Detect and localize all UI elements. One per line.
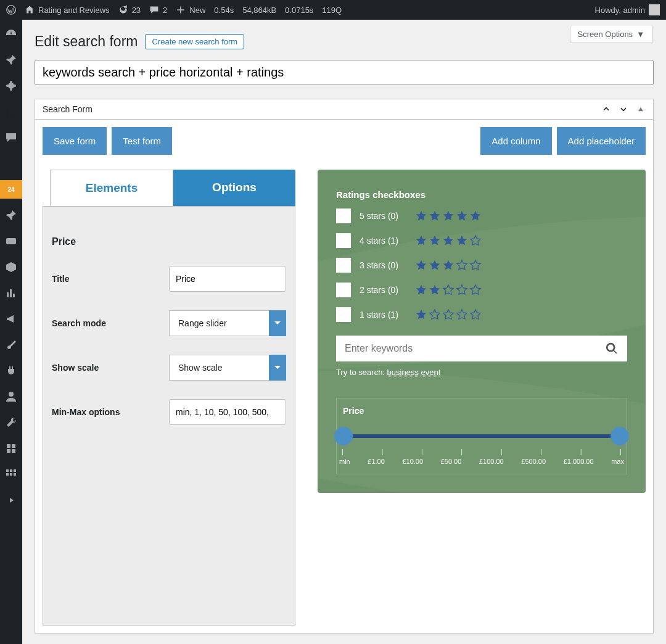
menu-media[interactable]: [0, 76, 22, 95]
tab-options[interactable]: Options: [173, 170, 295, 206]
star-icon: [429, 308, 441, 321]
label-title: Title: [52, 274, 169, 284]
rating-checkbox[interactable]: [336, 233, 351, 248]
label-minmax: Min-Max options: [52, 407, 169, 417]
rating-label: 2 stars (0): [360, 285, 406, 295]
rating-checkbox[interactable]: [336, 307, 351, 322]
slider-handle-max[interactable]: [610, 427, 629, 445]
chevron-up-icon[interactable]: [601, 104, 611, 114]
badge-24: 24: [6, 186, 16, 194]
tick: |: [540, 448, 542, 455]
search-mode-select[interactable]: Range slider: [169, 310, 286, 336]
menu-pin-1[interactable]: [0, 51, 22, 69]
star-icon: [469, 284, 482, 296]
save-button[interactable]: Save form: [43, 127, 107, 155]
rating-checkbox[interactable]: [336, 258, 351, 273]
label-show-scale: Show scale: [52, 363, 169, 373]
star-icon: [456, 234, 468, 247]
page-title: Edit search form: [35, 33, 138, 50]
tick: |: [580, 448, 582, 455]
tick-label: £1.00: [368, 458, 385, 465]
site-link[interactable]: Rating and Reviews: [25, 5, 110, 15]
star-icon: [442, 308, 454, 321]
try-term-business[interactable]: business: [387, 368, 419, 377]
stat-3: 119Q: [322, 6, 342, 15]
form-preview: Ratings checkboxes 5 stars (0)4 stars (1…: [318, 170, 646, 493]
menu-play[interactable]: [0, 491, 22, 510]
stat-0: 0.54s: [214, 6, 234, 15]
updates-link[interactable]: 23: [118, 5, 141, 15]
stars: [415, 210, 482, 222]
menu-dashboard[interactable]: [0, 25, 22, 43]
test-button[interactable]: Test form: [112, 127, 172, 155]
stat-1: 54,864kB: [242, 6, 276, 15]
try-term-event[interactable]: event: [421, 368, 441, 377]
menu-pin-2[interactable]: [0, 206, 22, 225]
tick: |: [421, 448, 423, 455]
tab-elements[interactable]: Elements: [50, 170, 173, 206]
menu-users[interactable]: [0, 387, 22, 406]
minmax-input[interactable]: [169, 399, 286, 425]
rating-row: 1 stars (1): [336, 307, 627, 322]
tick: |: [620, 448, 622, 455]
admin-bar: Rating and Reviews 23 2 New 0.54s 54,864…: [0, 0, 666, 20]
menu-woo[interactable]: [0, 232, 22, 250]
stat-2: 0.0715s: [285, 6, 313, 15]
menu-plugins[interactable]: [0, 361, 22, 380]
star-icon: [469, 210, 482, 222]
rating-row: 4 stars (1): [336, 233, 627, 248]
metabox-title: Search Form: [43, 104, 92, 114]
tick: |: [461, 448, 462, 455]
search-icon[interactable]: [605, 342, 619, 355]
menu-comments[interactable]: [0, 128, 22, 147]
avatar: [649, 4, 660, 15]
title-input[interactable]: [169, 266, 286, 292]
caret-icon: [269, 310, 286, 336]
keywords-input[interactable]: [345, 343, 605, 354]
howdy-link[interactable]: Howdy, admin: [595, 4, 660, 15]
star-icon: [429, 210, 441, 222]
create-new-button[interactable]: Create new search form: [145, 34, 244, 49]
star-icon: [456, 284, 468, 296]
star-icon: [415, 284, 427, 296]
star-icon: [429, 284, 441, 296]
rating-checkbox[interactable]: [336, 208, 351, 223]
stars: [415, 234, 482, 247]
add-placeholder-button[interactable]: Add placeholder: [557, 127, 646, 155]
star-icon: [469, 308, 482, 321]
stars: [415, 259, 482, 271]
new-link[interactable]: New: [176, 5, 205, 15]
rating-row: 2 stars (0): [336, 283, 627, 297]
form-name-input[interactable]: [35, 60, 654, 85]
slider-track[interactable]: [342, 434, 622, 438]
menu-marketing[interactable]: [0, 310, 22, 328]
menu-tools[interactable]: [0, 413, 22, 432]
menu-grid[interactable]: [0, 465, 22, 484]
menu-pages[interactable]: [0, 102, 22, 121]
rating-checkbox[interactable]: [336, 283, 351, 297]
slider-handle-min[interactable]: [334, 427, 353, 445]
star-icon: [415, 234, 427, 247]
menu-code[interactable]: [0, 154, 22, 173]
tick: |: [342, 448, 343, 455]
try-to-search: Try to search: business event: [336, 368, 627, 377]
tick-label: min: [339, 458, 350, 465]
menu-settings[interactable]: [0, 439, 22, 458]
menu-products[interactable]: [0, 258, 22, 276]
add-column-button[interactable]: Add column: [480, 127, 551, 155]
menu-appearance[interactable]: [0, 336, 22, 354]
wp-logo[interactable]: [6, 5, 16, 15]
screen-options-button[interactable]: Screen Options ▼: [570, 26, 652, 43]
show-scale-select[interactable]: Show scale: [169, 355, 286, 381]
keywords-search[interactable]: [336, 336, 627, 361]
chevron-down-icon[interactable]: [619, 104, 628, 114]
stars: [415, 284, 482, 296]
menu-current[interactable]: 24: [0, 180, 22, 199]
menu-analytics[interactable]: [0, 284, 22, 302]
star-icon: [442, 259, 454, 271]
comments-link[interactable]: 2: [149, 5, 167, 15]
rating-label: 5 stars (0): [360, 211, 406, 221]
rating-row: 3 stars (0): [336, 258, 627, 273]
triangle-up-icon[interactable]: [636, 104, 646, 114]
options-panel: Price Title Search mode Range slider: [43, 206, 295, 625]
